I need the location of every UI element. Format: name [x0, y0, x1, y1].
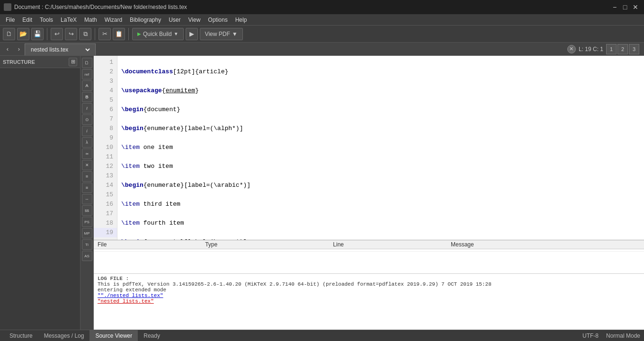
log-link-1[interactable]: ""./nested lists.tex" [98, 293, 640, 298]
app-icon [4, 3, 11, 11]
file-tab-select[interactable]: nested lists.tex [29, 46, 91, 53]
line-num-7: 7 [94, 114, 117, 124]
code-line-3: \begin{document} [121, 105, 640, 114]
toolbar-separator-1 [47, 28, 47, 40]
log-area: LOG FILE : This is pdfTeX, Version 3.141… [94, 273, 644, 330]
icon-panel-btn-ti[interactable]: TI [82, 239, 92, 250]
tab-status-bar: ✕ L: 19 C: 1 1 2 3 [567, 43, 642, 55]
encoding-label: UTF-8 [582, 332, 599, 339]
line-num-12: 12 [94, 162, 117, 171]
line-num-2: 2 [94, 67, 117, 77]
tab-bar: ‹ › nested lists.tex ✕ L: 19 C: 1 1 2 3 [0, 43, 644, 56]
menu-tools[interactable]: Tools [36, 16, 57, 24]
menu-math[interactable]: Math [80, 16, 101, 24]
line-num-15: 15 [94, 190, 117, 200]
line-num-19: 19 [94, 228, 117, 237]
menu-view[interactable]: View [185, 16, 205, 24]
copy-special-button[interactable]: ⧉ [79, 28, 91, 40]
icon-panel-btn-circle[interactable]: ⊙ [82, 114, 92, 125]
icon-panel-btn-info[interactable]: i [82, 126, 92, 136]
mode-label: Normal Mode [606, 332, 640, 339]
dropdown-arrow-icon: ▼ [174, 31, 179, 36]
toolbar: 🗋 📂 💾 ↩ ↪ ⧉ ✂ 📋 ▶ Quick Build ▼ ▶ View P… [0, 26, 644, 43]
view-pdf-arrow-icon: ▼ [232, 31, 238, 37]
editor-area[interactable]: 1 2 3 4 5 6 7 8 9 10 11 12 13 14 15 16 1… [94, 56, 644, 330]
code-line-9: \item fourth item [121, 219, 640, 228]
status-tab-structure[interactable]: Structure [4, 330, 38, 341]
close-button[interactable]: ✕ [631, 2, 640, 12]
code-line-5: \item one item [121, 143, 640, 152]
icon-panel-btn-new[interactable]: 🗋 [82, 58, 92, 68]
menu-file[interactable]: File [2, 16, 18, 24]
col-message: Message [447, 240, 644, 249]
quick-build-label: Quick Build [143, 31, 172, 37]
col-line: Line [329, 240, 447, 249]
log-link-2[interactable]: "nested lists.tex" [98, 298, 640, 304]
icon-panel-btn-list2[interactable]: ≡ [82, 183, 92, 193]
editor-content[interactable]: 1 2 3 4 5 6 7 8 9 10 11 12 13 14 15 16 1… [94, 56, 644, 240]
save-file-button[interactable]: 💾 [31, 28, 44, 40]
icon-panel-btn-mp[interactable]: MP [82, 228, 92, 238]
run-button[interactable]: ▶ [186, 28, 198, 40]
menu-bibliography[interactable]: Bibliography [126, 16, 165, 24]
view-pdf-label: View PDF [205, 31, 230, 37]
log-line-2: entering extended mode [98, 287, 640, 293]
output-table-area: File Type Line Message [94, 240, 644, 273]
status-tab-source-viewer[interactable]: Source Viewer [89, 330, 138, 341]
icon-panel-btn-arrow[interactable]: ↔ [82, 194, 92, 204]
icon-panel-btn-lambda[interactable]: λ [82, 137, 92, 148]
line-num-1: 1 [94, 58, 117, 67]
line-num-8: 8 [94, 124, 117, 133]
status-tab-messages-log[interactable]: Messages / Log [38, 330, 90, 341]
maximize-button[interactable]: □ [620, 2, 630, 12]
view-mode-2-button[interactable]: 2 [617, 44, 628, 54]
icon-panel-btn-as[interactable]: AS [82, 251, 92, 261]
icon-panel-btn-A[interactable]: A [82, 80, 92, 91]
structure-expand-button[interactable]: ⊞ [69, 58, 77, 66]
code-content[interactable]: \documentclass[12pt]{article} \usepackag… [117, 56, 644, 240]
output-table: File Type Line Message [94, 240, 644, 252]
line-num-17: 17 [94, 209, 117, 219]
line-num-6: 6 [94, 105, 117, 114]
line-numbers: 1 2 3 4 5 6 7 8 9 10 11 12 13 14 15 16 1… [94, 56, 117, 240]
icon-panel-btn-B[interactable]: B [82, 92, 92, 102]
structure-content [0, 68, 80, 330]
status-right: UTF-8 Normal Mode [582, 332, 640, 339]
menu-latex[interactable]: LaTeX [57, 16, 80, 24]
menu-wizard[interactable]: Wizard [101, 16, 126, 24]
cut-button[interactable]: ✂ [98, 28, 111, 40]
icon-panel-btn-list1[interactable]: ≡ [82, 171, 92, 182]
col-type: Type [201, 240, 329, 249]
tab-nav-forward[interactable]: › [13, 43, 25, 55]
status-tab-ready[interactable]: Ready [138, 330, 166, 341]
paste-button[interactable]: 📋 [113, 28, 125, 40]
icon-panel-btn-I[interactable]: I [82, 103, 92, 114]
icon-panel-btn-pm[interactable]: ✕ [82, 160, 92, 170]
log-label: LOG FILE : [98, 276, 640, 281]
tab-nav-back[interactable]: ‹ [2, 43, 13, 55]
icon-panel-btn-dollar[interactable]: $$ [82, 205, 92, 216]
menu-user[interactable]: User [165, 16, 184, 24]
minimize-button[interactable]: − [610, 2, 619, 12]
redo-button[interactable]: ↪ [65, 28, 77, 40]
toolbar-separator-3 [128, 28, 129, 40]
undo-button[interactable]: ↩ [51, 28, 63, 40]
tab-close-button[interactable]: ✕ [567, 45, 576, 53]
icon-panel-btn-tilde[interactable]: ≃ [82, 149, 92, 159]
open-file-button[interactable]: 📂 [17, 28, 29, 40]
icon-panel-btn-ps[interactable]: PS [82, 217, 92, 227]
icon-panel-btn-ref[interactable]: ref [82, 69, 92, 79]
line-num-5: 5 [94, 96, 117, 105]
new-file-button[interactable]: 🗋 [3, 28, 15, 40]
menu-options[interactable]: Options [204, 16, 231, 24]
view-mode-buttons: 1 2 3 [606, 44, 639, 54]
view-pdf-button[interactable]: View PDF ▼ [200, 28, 243, 40]
menu-edit[interactable]: Edit [18, 16, 36, 24]
line-num-10: 10 [94, 143, 117, 152]
quick-build-button[interactable]: ▶ Quick Build ▼ [132, 28, 184, 40]
code-line-2: \usepackage{enumitem} [121, 86, 640, 96]
menu-help[interactable]: Help [232, 16, 251, 24]
view-mode-1-button[interactable]: 1 [606, 44, 617, 54]
line-num-9: 9 [94, 133, 117, 143]
view-mode-3-button[interactable]: 3 [629, 44, 639, 54]
